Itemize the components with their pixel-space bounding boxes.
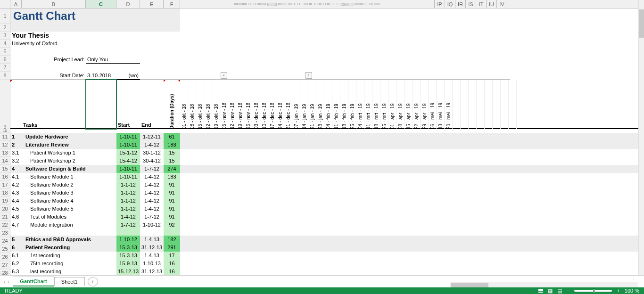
project-lead-value[interactable]: Only You [86, 56, 140, 64]
task-duration: 16 [164, 268, 180, 275]
tab-ganttchart[interactable]: GanttChart [13, 277, 54, 286]
data-row[interactable]: 4.5Software Module 51-1-121-4-1291 [10, 205, 638, 213]
timeline-col: 06 - mei - 19 [429, 80, 437, 129]
data-row[interactable]: 4.4Software Module 41-1-121-4-1291 [10, 197, 638, 205]
row-8[interactable]: 8 [0, 72, 10, 80]
data-row[interactable]: 6.275th recording15-9-131-10-1316 [10, 260, 638, 268]
task-start: 1-10-11 [116, 173, 140, 181]
col-IU[interactable]: IU [487, 0, 497, 8]
row-28[interactable]: 28 [0, 269, 10, 274]
row-10[interactable]: 10 [0, 129, 10, 133]
data-row[interactable]: 3.1Patient Workshop 115-1-1230-1-1215 [10, 149, 638, 157]
task-start: 15-12-13 [116, 268, 140, 275]
task-start: 15-9-13 [116, 260, 140, 268]
col-IP[interactable]: IP [435, 0, 445, 8]
row-24[interactable]: 24 [0, 237, 10, 245]
timeline-col: 22 - apr - 19 [413, 80, 421, 129]
data-row[interactable]: 1Update Hardware1-10-111-12-1161 [10, 133, 638, 141]
row-23[interactable]: 23 [0, 229, 10, 237]
row-4[interactable]: 4 [0, 40, 10, 48]
horizontal-scrollbar[interactable] [450, 282, 638, 287]
row-5[interactable]: 5 [0, 48, 10, 56]
col-C[interactable]: C [86, 0, 116, 8]
row-7[interactable]: 7 [0, 64, 10, 72]
task-name: Ethics and R&D Approvals [22, 236, 86, 244]
row-21[interactable]: 21 [0, 213, 10, 221]
data-row[interactable]: 4Software Design & Build1-10-111-7-12274 [10, 165, 638, 173]
zoom-in[interactable]: + [617, 288, 619, 294]
data-row[interactable]: 6.3last recording15-12-1331-12-1316 [10, 268, 638, 272]
timeline-col: 15 - apr - 19 [405, 80, 413, 129]
col-F[interactable]: F [164, 0, 180, 8]
view-normal-icon[interactable] [538, 289, 543, 293]
row-19[interactable]: 19 [0, 197, 10, 205]
timeline-col: 01 - apr - 19 [388, 80, 396, 129]
col-B[interactable]: B [22, 0, 86, 8]
timeline-scroll-right[interactable]: › [305, 72, 312, 79]
timeline-scroll-left[interactable]: ‹ [221, 72, 227, 79]
task-start: 1-10-11 [116, 165, 140, 173]
tab-sheet1[interactable]: Sheet1 [54, 277, 85, 286]
select-all-corner[interactable] [0, 0, 10, 8]
row-22[interactable]: 22 [0, 221, 10, 229]
row-20[interactable]: 20 [0, 205, 10, 213]
row-1[interactable]: 1 [0, 8, 10, 24]
data-row[interactable]: 4.3Software Module 31-1-121-4-1291 [10, 189, 638, 197]
tab-nav-prev[interactable]: ‹ [4, 279, 6, 285]
timeline-col: 25 - feb - 19 [348, 80, 356, 129]
data-row[interactable]: 4.2Software Module 21-1-121-4-1291 [10, 181, 638, 189]
row-27[interactable]: 27 [0, 261, 10, 269]
start-date-value[interactable]: 3-10-2018 [86, 72, 116, 80]
data-row[interactable]: 4.1Software Module 11-10-111-4-12183 [10, 173, 638, 181]
row-6[interactable]: 6 [0, 56, 10, 64]
data-row[interactable]: 4.6Test of Modules1-4-121-7-1291 [10, 213, 638, 221]
col-D[interactable]: D [116, 0, 140, 8]
zoom-out[interactable]: − [567, 288, 570, 294]
cells[interactable]: Gantt Chart Your Thesis University of Ox… [10, 8, 638, 275]
data-row[interactable]: 6.11st recording15-3-131-4-1317 [10, 252, 638, 260]
row-13[interactable]: 13 [0, 149, 10, 157]
row-26[interactable]: 26 [0, 253, 10, 261]
row-3[interactable]: 3 [0, 32, 10, 40]
task-name: Software Module 1 [22, 173, 86, 181]
hdr-tasks: Tasks [22, 80, 86, 129]
view-pagebreak-icon[interactable]: ▤ [557, 288, 562, 294]
row-15[interactable]: 15 [0, 165, 10, 173]
row-12[interactable]: 12 [0, 141, 10, 149]
row-18[interactable]: 18 [0, 189, 10, 197]
col-IT[interactable]: IT [476, 0, 487, 8]
row-25[interactable]: 25 [0, 245, 10, 253]
tab-nav-next[interactable]: › [8, 279, 9, 285]
timeline-col: 11 - mrt - 19 [364, 80, 372, 129]
row-16[interactable]: 16 [0, 173, 10, 181]
timeline-col: 08 - okt - 18 [188, 80, 196, 129]
col-compressed[interactable]: IIIIIIIIIIIIII IIIEEEIIIIIIIIII ((((((((… [180, 0, 435, 8]
col-IR[interactable]: IR [455, 0, 466, 8]
col-A[interactable]: A [10, 0, 22, 8]
row-9[interactable]: 9 [0, 80, 10, 129]
data-row[interactable]: 6Patient Recording15-3-1331-12-13291 [10, 244, 638, 252]
zoom-level[interactable]: 100 % [625, 288, 639, 294]
zoom-slider[interactable] [574, 290, 612, 292]
timeline-col: 25 - mrt - 19 [380, 80, 388, 129]
col-E[interactable]: E [140, 0, 164, 8]
task-name: Software Module 2 [22, 181, 86, 189]
row-11[interactable]: 11 [0, 133, 10, 141]
col-IQ[interactable]: IQ [445, 0, 455, 8]
row-num: 2 [10, 141, 22, 149]
row-14[interactable]: 14 [0, 157, 10, 165]
col-IV[interactable]: IV [497, 0, 507, 8]
task-end: 1-10-13 [140, 260, 164, 268]
tab-add[interactable]: + [88, 277, 98, 286]
row-17[interactable]: 17 [0, 181, 10, 189]
data-row[interactable]: 5Ethics and R&D Approvals1-10-121-4-1318… [10, 236, 638, 244]
task-name: Patient Recording [22, 244, 86, 252]
row-2[interactable]: 2 [0, 24, 10, 32]
col-IS[interactable]: IS [466, 0, 476, 8]
data-row[interactable]: 3.2Patient Workshop 215-4-1230-4-1215 [10, 157, 638, 165]
view-pagelayout-icon[interactable]: ▦ [548, 288, 553, 294]
data-row[interactable]: 2Literature Review1-10-111-4-12183 [10, 141, 638, 149]
vertical-scrollbar[interactable] [638, 0, 644, 275]
data-row[interactable]: 4.7Module integration1-7-121-10-1292 [10, 221, 638, 229]
spreadsheet-area: A B C D E F IIIIIIIIIIIIII IIIEEEIIIIIII… [0, 0, 638, 275]
